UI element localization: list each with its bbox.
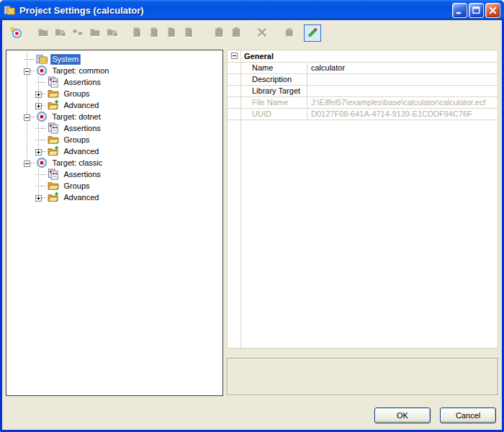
- tree-item-target-classic[interactable]: Target: classic: [6, 157, 222, 168]
- folder-icon: [48, 180, 60, 192]
- window-icon: [4, 4, 16, 17]
- toolbar-group: [7, 24, 24, 42]
- settings-tree: SystemTarget: commonAssertionsGroupsAdva…: [6, 50, 223, 396]
- tree-item-groups[interactable]: Groups: [6, 134, 222, 145]
- page-action-2-icon: [148, 27, 160, 40]
- page-action-1-button: [128, 24, 145, 42]
- toolbar-group: [210, 24, 245, 42]
- expander-plus-icon[interactable]: [35, 91, 42, 97]
- tree-connector: [42, 105, 46, 106]
- edit-icon: [307, 27, 318, 40]
- row-gutter: [228, 74, 240, 85]
- tree-item-label: Target: classic: [50, 158, 105, 168]
- page-action-1-icon: [131, 27, 143, 40]
- folder-plus-icon: [48, 145, 60, 157]
- folder-action-4-button: [104, 24, 121, 42]
- page-action-3-icon: [166, 27, 177, 40]
- tree-connector: [42, 94, 46, 94]
- row-gutter: [228, 97, 240, 108]
- tree-item-advanced[interactable]: Advanced: [6, 145, 222, 157]
- folder-action-2-icon: [55, 27, 66, 40]
- folder-plus-icon: [48, 192, 60, 203]
- tree-item-label: Advanced: [62, 100, 102, 111]
- tree-item-label: Target: dotnet: [50, 112, 103, 122]
- property-value-name[interactable]: calculator: [307, 63, 498, 73]
- property-label-file-name: File Name: [240, 97, 307, 108]
- tree-item-target-dotnet[interactable]: Target: dotnet: [6, 111, 222, 122]
- tree-item-label: System: [50, 54, 81, 65]
- row-gutter: [228, 109, 240, 120]
- minimize-button[interactable]: [452, 3, 467, 18]
- property-section-general: General: [228, 50, 498, 63]
- ok-button[interactable]: OK: [374, 408, 431, 423]
- expander-minus-icon[interactable]: [24, 114, 30, 120]
- tree-connector: [42, 197, 46, 198]
- expander-plus-icon[interactable]: [35, 194, 42, 201]
- toolbar-group: [128, 24, 197, 42]
- tree-item-advanced[interactable]: Advanced: [6, 99, 222, 111]
- general-collapse-icon[interactable]: [231, 50, 238, 62]
- tree-item-assertions[interactable]: Assertions: [6, 168, 222, 180]
- target-icon: [36, 111, 48, 122]
- clipboard-action-2-icon: [230, 27, 242, 40]
- move-action-button: [69, 24, 86, 42]
- toolbar-group: [281, 24, 298, 42]
- expander-plus-icon[interactable]: [35, 148, 42, 155]
- cancel-button[interactable]: Cancel: [440, 408, 496, 423]
- tree-item-advanced[interactable]: Advanced: [6, 192, 222, 203]
- properties-action-button: [281, 24, 298, 42]
- properties-action-icon: [284, 27, 295, 40]
- folder-icon: [48, 134, 60, 145]
- page-action-4-icon: [183, 27, 194, 40]
- folder-action-1-button: [35, 24, 52, 42]
- target-icon: [36, 65, 48, 76]
- tree-item-assertions[interactable]: Assertions: [6, 76, 222, 88]
- titlebar[interactable]: Project Settings (calculator): [0, 0, 504, 20]
- tree-connector: [30, 117, 35, 117]
- tree-item-label: Groups: [62, 135, 92, 145]
- folder-action-1-icon: [37, 27, 49, 40]
- project-settings-window: Project Settings (calculator) SystemTarg…: [0, 0, 504, 432]
- tree-item-target-common[interactable]: Target: common: [6, 65, 222, 76]
- expander-minus-icon[interactable]: [24, 160, 30, 166]
- minimize-icon: [454, 5, 465, 16]
- tree-connector: [30, 71, 35, 71]
- tree-item-label: Assertions: [62, 123, 103, 134]
- maximize-icon: [471, 5, 482, 16]
- property-value-description[interactable]: [307, 74, 498, 85]
- property-row-name: Namecalculator: [228, 63, 498, 74]
- expander-minus-icon[interactable]: [24, 68, 30, 74]
- close-button[interactable]: [485, 3, 500, 18]
- tree-item-label: Target: common: [50, 66, 112, 76]
- property-label-library-target: Library Target: [240, 86, 307, 96]
- tree-item-label: Assertions: [62, 77, 103, 88]
- tree-item-system[interactable]: System: [6, 53, 222, 65]
- assertions-icon: [48, 122, 60, 134]
- page-action-3-button: [163, 24, 180, 42]
- property-label-name: Name: [240, 63, 307, 73]
- folder-action-3-button: [86, 24, 104, 42]
- maximize-button[interactable]: [469, 3, 484, 18]
- page-action-4-button: [180, 24, 197, 42]
- clipboard-action-2-button: [228, 24, 245, 42]
- page-action-2-button: [145, 24, 163, 42]
- edit-button[interactable]: [304, 24, 321, 42]
- new-target-button[interactable]: [7, 24, 24, 42]
- tree-connector: [35, 125, 42, 132]
- tree-item-assertions[interactable]: Assertions: [6, 122, 222, 134]
- delete-icon: [256, 27, 268, 40]
- row-gutter: [228, 86, 240, 96]
- tree-item-groups[interactable]: Groups: [6, 88, 222, 99]
- expander-plus-icon[interactable]: [35, 102, 42, 109]
- property-row-file-name: File NameJ:\Eiffel57\examples\base\calcu…: [228, 97, 498, 109]
- footer: OK Cancel: [2, 408, 496, 423]
- property-label-uuid: UUID: [240, 109, 307, 120]
- property-description-box: [227, 358, 498, 395]
- clipboard-action-1-icon: [213, 27, 225, 40]
- property-row-description: Description: [228, 74, 498, 86]
- property-value-library-target[interactable]: [307, 86, 498, 96]
- tree-item-groups[interactable]: Groups: [6, 180, 222, 192]
- window-title: Project Settings (calculator): [19, 5, 451, 16]
- tree-connector: [35, 183, 42, 189]
- assertions-icon: [48, 168, 60, 180]
